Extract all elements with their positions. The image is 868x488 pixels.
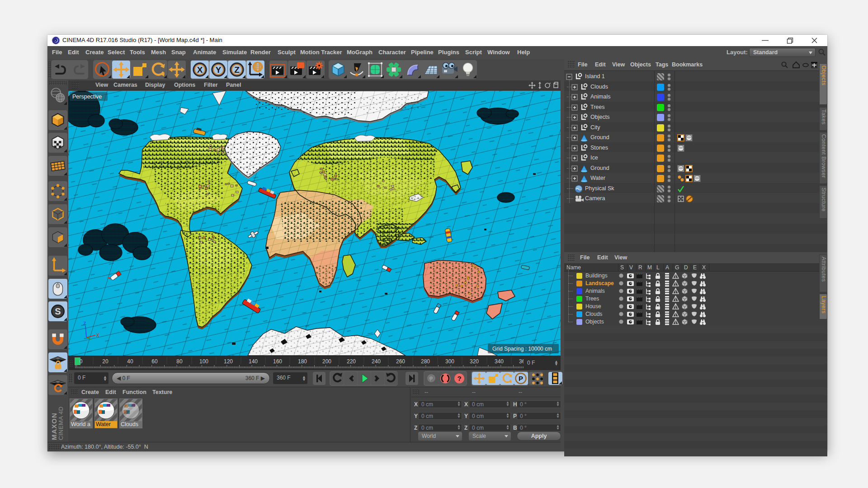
svg-text:220: 220 <box>347 358 356 365</box>
svg-text:100: 100 <box>199 358 208 365</box>
svg-text:80: 80 <box>176 358 183 365</box>
svg-text:Grid Spacing : 10000 cm: Grid Spacing : 10000 cm <box>492 346 552 352</box>
svg-text:P: P <box>519 375 523 382</box>
svg-text:260: 260 <box>396 358 405 365</box>
svg-text:160: 160 <box>273 358 282 365</box>
svg-text:320: 320 <box>470 358 479 365</box>
svg-text:60: 60 <box>151 358 158 365</box>
svg-text:Perspective: Perspective <box>72 94 102 100</box>
svg-text:X: X <box>96 333 99 338</box>
svg-text:S: S <box>55 306 61 316</box>
svg-text:180: 180 <box>298 358 307 365</box>
svg-text:Z: Z <box>83 321 86 326</box>
svg-text:280: 280 <box>421 358 430 365</box>
svg-text:Y: Y <box>216 65 222 75</box>
svg-text:X: X <box>197 65 203 75</box>
svg-text:20: 20 <box>102 358 108 365</box>
svg-text:0: 0 <box>80 358 83 365</box>
svg-text:200: 200 <box>322 358 331 365</box>
svg-text:40: 40 <box>127 358 133 365</box>
svg-text:340: 340 <box>495 358 504 365</box>
svg-text:240: 240 <box>372 358 381 365</box>
svg-text:Z: Z <box>234 65 240 75</box>
svg-text:120: 120 <box>224 358 233 365</box>
svg-text:?: ? <box>457 375 461 382</box>
svg-text:300: 300 <box>445 358 454 365</box>
svg-text:140: 140 <box>249 358 258 365</box>
